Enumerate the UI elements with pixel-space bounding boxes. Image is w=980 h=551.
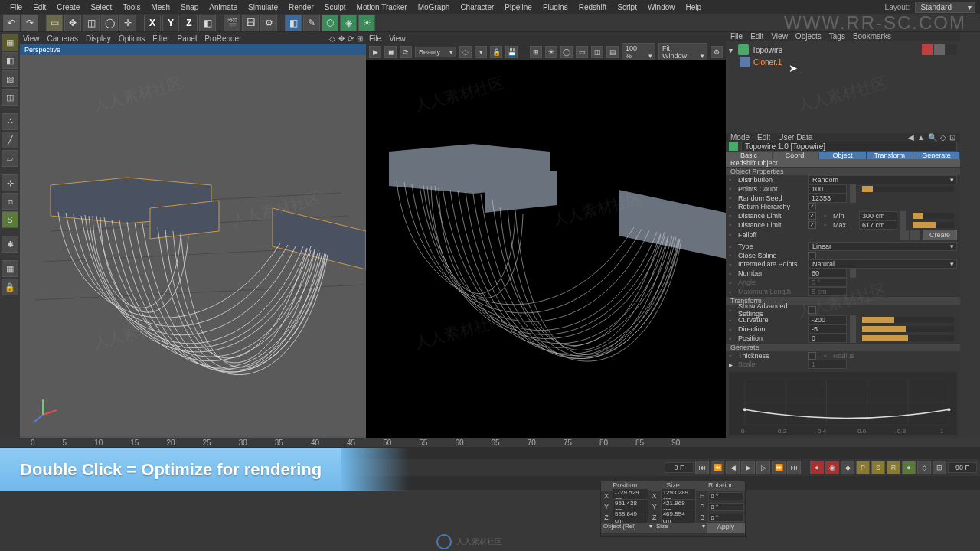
vp-display[interactable]: Display (86, 34, 111, 43)
render-output-area[interactable] (366, 60, 726, 438)
apply-button[interactable]: Apply (707, 523, 745, 533)
vp-nav-icon[interactable]: ⟳ (348, 34, 354, 43)
close-checkbox[interactable] (808, 252, 816, 259)
axis-mode-icon[interactable]: ⊹ (2, 174, 18, 191)
falloff-reset-icon[interactable] (910, 230, 920, 240)
spline-pen-icon[interactable]: ✎ (303, 15, 320, 31)
menu-simulate[interactable]: Simulate (243, 3, 283, 11)
return-checkbox[interactable]: ✓ (808, 203, 816, 210)
next-frame-icon[interactable]: ▷ (756, 461, 770, 474)
number-field[interactable]: 60 (808, 269, 847, 278)
menu-file[interactable]: File (5, 3, 28, 11)
max-field[interactable]: 617 cm (859, 220, 897, 230)
render-pv-icon[interactable]: 🎞 (242, 15, 259, 31)
rot-b-field[interactable]: 0 ° (708, 514, 744, 522)
rot-h-field[interactable]: 0 ° (708, 492, 744, 500)
menu-animate[interactable]: Animate (204, 3, 243, 11)
lock-icon[interactable]: 🔒 (2, 279, 18, 295)
vp-nav-icon[interactable]: ◇ (329, 34, 335, 43)
axis-y-toggle[interactable]: Y (162, 15, 179, 31)
menu-help[interactable]: Help (681, 3, 707, 11)
key-pos-icon[interactable]: P (856, 461, 870, 474)
tab-basic[interactable]: Basic (726, 152, 773, 159)
key-param-icon[interactable]: ● (902, 461, 916, 474)
min-slider[interactable] (913, 213, 954, 219)
edges-mode-icon[interactable]: ╱ (2, 132, 18, 148)
menu-redshift[interactable]: Redshift (573, 3, 612, 11)
object-tree[interactable]: ▾ Topowire Cloner.1 ➤ (726, 41, 960, 133)
am-back-icon[interactable]: ◀ (908, 133, 914, 142)
tab-generate[interactable]: Generate (913, 152, 960, 159)
menu-mograph[interactable]: MoGraph (413, 3, 456, 11)
om-objects[interactable]: Objects (795, 32, 822, 41)
am-lock-icon[interactable]: ⊡ (949, 133, 956, 142)
rv-grid-icon[interactable]: ⊞ (530, 46, 542, 58)
distribution-select[interactable]: Random (808, 175, 957, 184)
object-mode-icon[interactable]: ◧ (2, 52, 18, 69)
workplane-icon[interactable]: ◫ (2, 89, 18, 106)
rv-gear-icon[interactable]: ⚙ (710, 46, 723, 58)
vp-nav-icon[interactable]: ✥ (338, 34, 345, 43)
key-rot-icon[interactable]: R (887, 461, 900, 474)
vp-panel[interactable]: Panel (178, 34, 198, 43)
coord-size-select[interactable]: Size (654, 523, 707, 533)
om-view[interactable]: View (771, 32, 788, 41)
model-mode-icon[interactable]: ▦ (2, 34, 18, 51)
record-icon[interactable]: ● (810, 461, 824, 474)
am-up-icon[interactable]: ▲ (917, 133, 925, 142)
primitive-cube-icon[interactable]: ◧ (285, 15, 302, 31)
seed-field[interactable]: 12353 (808, 194, 847, 203)
rv-refresh-icon[interactable]: ⟳ (400, 46, 412, 58)
dynamics-icon[interactable]: ✱ (2, 236, 18, 253)
rv-stop-icon[interactable]: ◼ (384, 46, 397, 58)
coord-system-icon[interactable]: ◧ (199, 15, 216, 31)
menu-select[interactable]: Select (85, 3, 117, 11)
render-settings-icon[interactable]: ⚙ (260, 15, 277, 31)
coord-space-select[interactable]: Object (Rel) (601, 523, 654, 533)
am-mode[interactable]: Mode (730, 133, 750, 142)
points-slider[interactable] (862, 186, 954, 192)
object-row-cloner[interactable]: Cloner.1 (729, 56, 957, 68)
goto-end-icon[interactable]: ⏭ (787, 461, 801, 474)
am-search-icon[interactable]: 🔍 (928, 133, 937, 142)
menu-render[interactable]: Render (283, 3, 319, 11)
rv-layout-icon[interactable]: ▤ (606, 46, 619, 58)
type-select[interactable]: Linear (808, 242, 957, 251)
menu-mesh[interactable]: Mesh (146, 3, 175, 11)
viewport-3d-area[interactable] (20, 55, 366, 438)
rv-save-icon[interactable]: 💾 (505, 46, 518, 58)
axis-x-toggle[interactable]: X (144, 15, 161, 31)
pos-field[interactable]: 0 (808, 334, 847, 343)
rv-file[interactable]: File (369, 34, 381, 43)
menu-tools[interactable]: Tools (117, 3, 145, 11)
vp-options[interactable]: Options (119, 34, 145, 43)
snap-toggle-icon[interactable]: ⧈ (2, 193, 18, 210)
move-tool-icon[interactable]: ✥ (64, 15, 81, 31)
vp-view[interactable]: View (23, 34, 40, 43)
menu-pipeline[interactable]: Pipeline (499, 3, 537, 11)
falloff-preset-icon[interactable] (900, 230, 909, 240)
object-name[interactable]: Cloner.1 (753, 58, 782, 67)
om-bookmarks[interactable]: Bookmarks (853, 32, 891, 41)
key-pla-icon[interactable]: ◇ (917, 461, 931, 474)
tab-coord[interactable]: Coord. (773, 152, 819, 159)
key-scale-icon[interactable]: S (871, 461, 885, 474)
undo-icon[interactable]: ↶ (3, 15, 20, 31)
rv-sun-icon[interactable]: ☀ (545, 46, 557, 58)
dlimit-checkbox[interactable]: ✓ (808, 212, 816, 220)
am-userdata[interactable]: User Data (778, 133, 812, 142)
rot-p-field[interactable]: 0 ° (708, 503, 744, 511)
layout-select[interactable]: Standard (915, 2, 975, 13)
rv-view[interactable]: View (389, 34, 406, 43)
points-mode-icon[interactable]: ∴ (2, 113, 18, 130)
menu-create[interactable]: Create (51, 3, 85, 11)
rv-lock-icon[interactable]: 🔒 (490, 46, 502, 58)
lastused-tool-icon[interactable]: ✛ (119, 15, 136, 31)
tab-object[interactable]: Object (819, 152, 866, 159)
dlimit-checkbox2[interactable]: ✓ (808, 221, 816, 229)
tag-checker-icon[interactable] (946, 44, 957, 55)
goto-start-icon[interactable]: ⏮ (695, 461, 709, 474)
rv-fullscr-icon[interactable]: ▭ (576, 46, 588, 58)
section-redshift[interactable]: Redshift Object (726, 159, 960, 167)
object-name[interactable]: Topowire (752, 46, 782, 54)
